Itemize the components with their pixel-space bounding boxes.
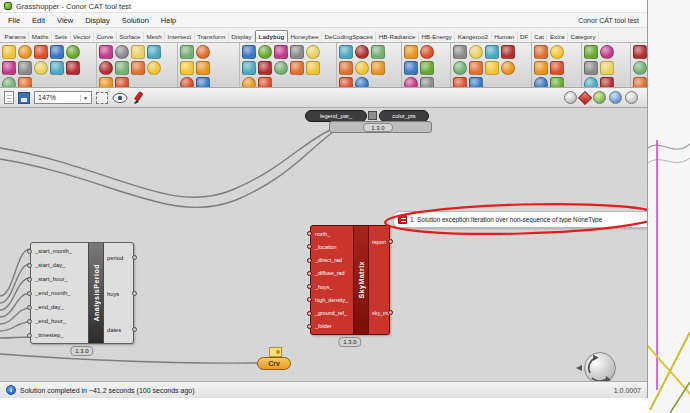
- component-icon[interactable]: [50, 45, 64, 59]
- component-analysisperiod[interactable]: _start_month__start_day__start_hour__end…: [30, 242, 134, 344]
- wire[interactable]: [0, 130, 330, 197]
- menu-file[interactable]: File: [2, 16, 26, 25]
- component-icon[interactable]: [501, 45, 515, 59]
- output-port[interactable]: [132, 255, 137, 260]
- output-port[interactable]: [132, 291, 137, 296]
- input-port[interactable]: [27, 263, 32, 268]
- wire[interactable]: [0, 264, 30, 303]
- preview-colors-icon[interactable]: [609, 91, 622, 104]
- component-icon[interactable]: [274, 45, 288, 59]
- crv-param[interactable]: Crv: [257, 357, 291, 370]
- tab-ladybug[interactable]: Ladybug: [255, 30, 288, 42]
- component-icon[interactable]: [420, 77, 434, 88]
- component-icon[interactable]: [550, 45, 564, 59]
- new-document-icon[interactable]: [4, 91, 14, 104]
- component-icon[interactable]: [469, 77, 483, 88]
- component-icon[interactable]: [584, 77, 598, 88]
- component-icon[interactable]: [115, 77, 129, 88]
- menu-edit[interactable]: Edit: [26, 16, 51, 25]
- component-icon[interactable]: [485, 61, 499, 75]
- nav-arrow-icon[interactable]: [576, 365, 582, 371]
- component-icon[interactable]: [600, 61, 614, 75]
- component-icon[interactable]: [453, 45, 467, 59]
- output-port[interactable]: [388, 310, 393, 315]
- input-port[interactable]: [27, 333, 32, 338]
- component-icon[interactable]: [453, 61, 467, 75]
- save-document-icon[interactable]: [18, 92, 30, 104]
- input-port[interactable]: [307, 311, 312, 316]
- tab-intersect[interactable]: Intersect: [165, 31, 195, 42]
- tab-hb-energy[interactable]: HB-Energy: [419, 31, 455, 42]
- component-icon[interactable]: [290, 61, 304, 75]
- component-icon[interactable]: [355, 61, 369, 75]
- component-icon[interactable]: [306, 45, 320, 59]
- component-icon[interactable]: [550, 61, 564, 75]
- tab-vector[interactable]: Vector: [71, 31, 95, 42]
- input-port[interactable]: [27, 305, 32, 310]
- tab-cat[interactable]: Cat: [532, 31, 548, 42]
- preview-settings-icon[interactable]: [625, 91, 638, 104]
- component-icon[interactable]: [404, 61, 418, 75]
- component-icon[interactable]: [584, 61, 598, 75]
- component-icon[interactable]: [18, 61, 32, 75]
- input-port[interactable]: [307, 271, 312, 276]
- analysisperiod-name-bar[interactable]: AnalysisPeriod: [88, 243, 104, 343]
- component-icon[interactable]: [258, 61, 272, 75]
- component-skymatrix[interactable]: north__location_direct_rad_diffuse_rad_h…: [310, 225, 390, 335]
- component-icon[interactable]: [196, 77, 210, 88]
- menu-help[interactable]: Help: [155, 16, 182, 25]
- zoom-select[interactable]: 147% ▼: [34, 91, 92, 104]
- component-icon[interactable]: [66, 45, 80, 59]
- component-icon[interactable]: [371, 45, 385, 59]
- component-icon[interactable]: [550, 77, 564, 88]
- component-icon[interactable]: [600, 77, 614, 88]
- tab-human[interactable]: Human: [492, 31, 518, 42]
- menu-view[interactable]: View: [51, 16, 79, 25]
- input-port[interactable]: [27, 249, 32, 254]
- gem-preview-icon[interactable]: [578, 90, 592, 104]
- tab-df[interactable]: DF: [518, 31, 532, 42]
- component-icon[interactable]: [242, 77, 256, 88]
- component-icon[interactable]: [584, 45, 598, 59]
- component-icon[interactable]: [242, 61, 256, 75]
- tab-maths[interactable]: Maths: [29, 31, 52, 42]
- component-icon[interactable]: [66, 61, 80, 75]
- component-icon[interactable]: [371, 61, 385, 75]
- marquee-tool-icon[interactable]: [96, 92, 108, 104]
- tab-kangeroo2[interactable]: Kangeroo2: [455, 31, 491, 42]
- input-port[interactable]: [27, 291, 32, 296]
- tab-params[interactable]: Params: [2, 31, 29, 42]
- component-icon[interactable]: [339, 61, 353, 75]
- component-icon[interactable]: [242, 45, 256, 59]
- preview-shaded-icon[interactable]: [593, 91, 606, 104]
- component-icon[interactable]: [404, 45, 418, 59]
- tab-sets[interactable]: Sets: [52, 31, 70, 42]
- skymatrix-name-bar[interactable]: SkyMatrix: [353, 226, 369, 334]
- output-port[interactable]: [388, 239, 393, 244]
- tab-honeybee[interactable]: Honeybee: [288, 31, 322, 42]
- component-icon[interactable]: [18, 45, 32, 59]
- component-icon[interactable]: [339, 45, 353, 59]
- tab-mesh[interactable]: Mesh: [144, 31, 165, 42]
- component-icon[interactable]: [290, 45, 304, 59]
- preview-wireframe-icon[interactable]: [564, 91, 577, 104]
- component-icon[interactable]: [131, 45, 145, 59]
- component-icon[interactable]: [258, 77, 272, 88]
- component-icon[interactable]: [2, 61, 16, 75]
- sketch-pen-icon[interactable]: [132, 91, 146, 105]
- component-icon[interactable]: [131, 61, 145, 75]
- legend-component-icon[interactable]: [368, 111, 377, 120]
- component-icon[interactable]: [453, 77, 467, 88]
- component-icon[interactable]: [420, 45, 434, 59]
- tab-transform[interactable]: Transform: [195, 31, 229, 42]
- input-port[interactable]: [307, 258, 312, 263]
- grasshopper-canvas[interactable]: legend_par_ color_pts 1.3.0 _start_month…: [0, 108, 647, 381]
- component-icon[interactable]: [147, 61, 161, 75]
- tab-curve[interactable]: Curve: [94, 31, 117, 42]
- input-port[interactable]: [27, 319, 32, 324]
- component-icon[interactable]: [147, 45, 161, 59]
- component-icon[interactable]: [469, 45, 483, 59]
- component-icon[interactable]: [501, 61, 515, 75]
- component-icon[interactable]: [355, 77, 369, 88]
- rhino-viewport-strip[interactable]: [648, 0, 690, 413]
